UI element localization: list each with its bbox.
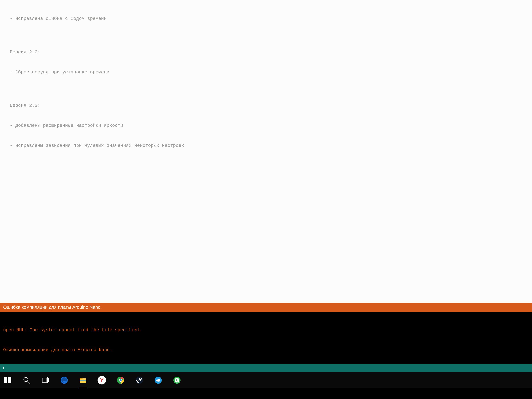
console-line: Ошибка компиляции для платы Arduino Nano…: [3, 347, 529, 354]
code-line: Версия 2.3:: [4, 102, 528, 109]
yandex-icon: Y: [98, 376, 106, 385]
edge-app[interactable]: [59, 375, 70, 386]
code-line: Версия 2.2:: [4, 49, 528, 56]
console-line: open NUL: The system cannot find the fil…: [3, 327, 529, 334]
search-icon: [23, 376, 31, 384]
taskbar: Y: [0, 372, 532, 388]
svg-rect-6: [42, 378, 47, 382]
taskview-icon: [42, 376, 49, 384]
code-line: - Исправлена ошибка с ходом времени: [4, 15, 528, 22]
taskview-button[interactable]: [40, 375, 51, 386]
chrome-icon: [117, 376, 125, 384]
file-explorer-app[interactable]: [78, 375, 88, 386]
telegram-icon: [154, 376, 162, 384]
svg-point-15: [120, 379, 122, 381]
chrome-app[interactable]: [115, 375, 126, 386]
status-bar-text: 1: [2, 366, 4, 370]
status-bar: 1: [0, 364, 532, 372]
error-bar: Ошибка компиляции для платы Arduino Nano…: [0, 303, 532, 312]
edge-icon: [60, 376, 68, 384]
svg-rect-0: [4, 377, 7, 380]
whatsapp-app[interactable]: [172, 375, 182, 386]
svg-rect-12: [80, 380, 86, 380]
search-button[interactable]: [21, 375, 32, 386]
code-editor[interactable]: - Исправлена ошибка с ходом времени Верс…: [0, 0, 532, 303]
svg-point-16: [136, 377, 143, 384]
svg-rect-2: [4, 380, 7, 383]
svg-rect-3: [8, 380, 11, 383]
console-output[interactable]: open NUL: The system cannot find the fil…: [0, 312, 532, 364]
svg-line-5: [27, 381, 30, 383]
svg-rect-1: [8, 377, 11, 380]
steam-app[interactable]: [134, 375, 145, 386]
steam-icon: [135, 376, 143, 384]
photo-bottom-edge: [0, 388, 532, 399]
yandex-app[interactable]: Y: [96, 375, 107, 386]
telegram-app[interactable]: [153, 375, 164, 386]
svg-rect-11: [80, 378, 82, 379]
svg-point-18: [140, 379, 141, 380]
whatsapp-icon: [173, 376, 181, 384]
windows-icon: [4, 376, 12, 384]
code-line: - Добавлены расширенные настройки яркост…: [4, 122, 528, 129]
svg-point-4: [24, 377, 28, 382]
folder-icon: [79, 376, 87, 384]
error-bar-text: Ошибка компиляции для платы Arduino Nano…: [3, 304, 102, 310]
code-line: - Сброс секунд при установке времени: [4, 69, 528, 76]
code-line: - Исправлены зависания при нулевых значе…: [4, 142, 528, 149]
start-button[interactable]: [2, 375, 13, 386]
